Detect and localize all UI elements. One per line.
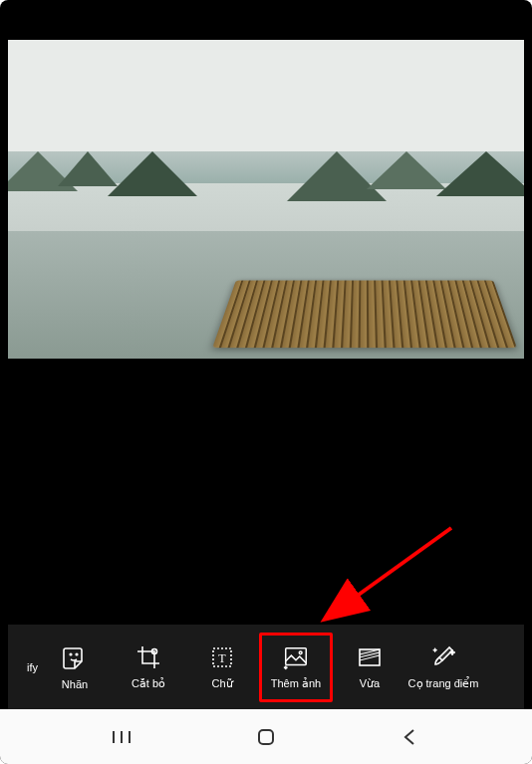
svg-text:T: T [218,651,226,665]
home-button[interactable] [251,722,281,752]
svg-line-1 [327,528,451,618]
home-icon [255,726,277,748]
tool-crop[interactable]: Cắt bỏ [112,633,185,702]
system-nav-bar [0,709,532,764]
editor-empty-area [8,359,524,625]
svg-point-8 [299,651,302,654]
landscape-raft [212,281,517,349]
brush-icon [429,643,457,671]
tool-fit[interactable]: Vừa [333,633,406,702]
tool-label: Thêm ảnh [271,677,321,690]
tool-label: Nhãn [62,678,88,690]
tool-label: Cắt bỏ [132,677,165,690]
tool-brush[interactable]: Cọ trang điểm [406,633,480,702]
svg-rect-12 [360,649,380,656]
editor-toolbar: ify Nhãn [8,625,524,709]
svg-point-2 [70,653,72,655]
back-icon [399,726,421,748]
sticker-icon [61,644,89,672]
tool-ify[interactable]: ify [10,633,38,702]
editor-content: ify Nhãn [8,0,524,709]
text-icon: T [208,643,236,671]
crop-icon [134,643,162,671]
tool-label: Chữ [211,677,232,690]
tool-add-photo[interactable]: Thêm ảnh [259,633,333,702]
back-button[interactable] [396,722,425,752]
tool-label: Vừa [360,677,380,690]
landscape-mountains [8,151,524,201]
add-photo-icon [282,643,310,671]
phone-frame: ify Nhãn [0,0,532,764]
tool-label: ify [27,661,38,673]
svg-point-3 [76,653,78,655]
tool-label: Cọ trang điểm [408,677,479,690]
recent-apps-button[interactable] [107,722,136,752]
preview-image[interactable] [8,40,524,359]
annotation-arrow-icon [317,523,466,633]
recent-apps-icon [111,726,133,748]
fit-icon [356,643,384,671]
svg-rect-16 [259,730,273,744]
tool-text[interactable]: T Chữ [185,633,259,702]
svg-rect-7 [286,648,307,665]
tool-sticker[interactable]: Nhãn [38,633,112,702]
